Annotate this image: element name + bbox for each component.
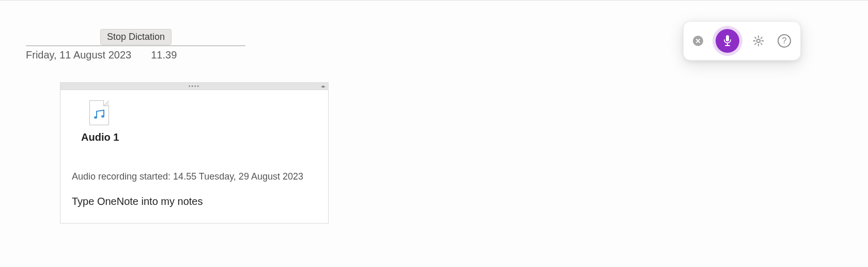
svg-rect-2 <box>726 35 729 41</box>
stop-dictation-tooltip: Stop Dictation <box>100 29 172 45</box>
settings-button[interactable] <box>752 34 765 48</box>
note-container-header[interactable]: •••• ◂▸ <box>60 83 328 90</box>
audio-file-icon[interactable] <box>89 100 109 125</box>
help-icon: ? <box>782 36 787 46</box>
microphone-icon <box>723 35 732 47</box>
svg-point-5 <box>757 39 760 42</box>
svg-line-13 <box>761 37 762 38</box>
close-icon <box>695 38 701 43</box>
svg-point-0 <box>94 116 97 118</box>
note-body[interactable]: Audio 1 Audio recording started: 14.55 T… <box>60 90 328 223</box>
svg-point-1 <box>101 115 104 117</box>
help-button[interactable]: ? <box>778 34 791 48</box>
svg-line-11 <box>761 43 762 44</box>
svg-line-12 <box>755 43 756 44</box>
recording-status-text: Audio recording started: 14.55 Tuesday, … <box>72 171 317 182</box>
note-text[interactable]: Type OneNote into my notes <box>72 196 317 207</box>
page-time: 11.39 <box>151 49 177 61</box>
close-button[interactable] <box>693 36 703 46</box>
drag-handle-icon[interactable]: •••• <box>189 84 200 89</box>
gear-icon <box>752 35 765 47</box>
dictation-toolbar: ? <box>683 21 801 61</box>
resize-arrows-icon[interactable]: ◂▸ <box>321 84 325 89</box>
microphone-button[interactable] <box>716 29 739 53</box>
page-header: Friday, 11 August 2023 11.39 <box>26 46 245 61</box>
page-date: Friday, 11 August 2023 <box>26 49 131 61</box>
svg-line-10 <box>755 37 756 38</box>
audio-file-label[interactable]: Audio 1 <box>81 131 317 143</box>
note-container[interactable]: •••• ◂▸ Audio 1 Audio recording started:… <box>60 82 329 224</box>
